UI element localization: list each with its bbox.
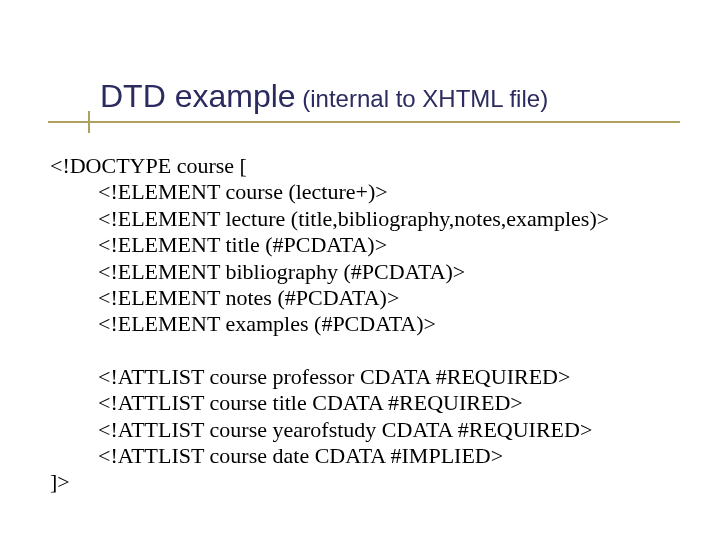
dtd-close-line: ]> xyxy=(50,469,720,495)
title-underline xyxy=(48,121,680,123)
dtd-attlist-line: <!ATTLIST course date CDATA #IMPLIED> xyxy=(50,443,720,469)
dtd-attlist-line: <!ATTLIST course professor CDATA #REQUIR… xyxy=(50,364,720,390)
dtd-element-line: <!ELEMENT notes (#PCDATA)> xyxy=(50,285,720,311)
dtd-element-line: <!ELEMENT lecture (title,bibliography,no… xyxy=(50,206,720,232)
slide-body: <!DOCTYPE course [ <!ELEMENT course (lec… xyxy=(0,123,720,496)
slide: DTD example (internal to XHTML file) <!D… xyxy=(0,0,720,540)
dtd-open-line: <!DOCTYPE course [ xyxy=(50,153,720,179)
slide-title-sub: (internal to XHTML file) xyxy=(296,85,549,112)
dtd-element-line: <!ELEMENT course (lecture+)> xyxy=(50,179,720,205)
blank-line xyxy=(50,338,720,364)
dtd-element-line: <!ELEMENT title (#PCDATA)> xyxy=(50,232,720,258)
slide-title-area: DTD example (internal to XHTML file) xyxy=(0,0,720,123)
dtd-attlist-line: <!ATTLIST course title CDATA #REQUIRED> xyxy=(50,390,720,416)
dtd-element-line: <!ELEMENT examples (#PCDATA)> xyxy=(50,311,720,337)
slide-title-main: DTD example xyxy=(100,78,296,114)
dtd-element-line: <!ELEMENT bibliography (#PCDATA)> xyxy=(50,259,720,285)
dtd-attlist-line: <!ATTLIST course yearofstudy CDATA #REQU… xyxy=(50,417,720,443)
title-tick-mark xyxy=(88,111,90,133)
